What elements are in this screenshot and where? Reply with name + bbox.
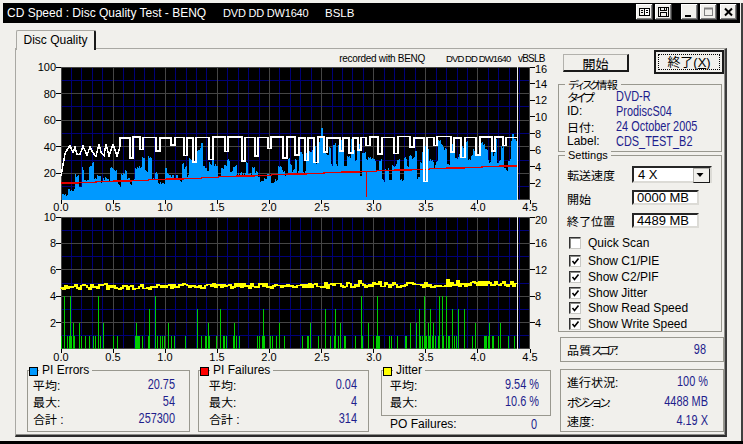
svg-text:80: 80: [44, 88, 56, 100]
svg-text:3.5: 3.5: [418, 201, 433, 213]
svg-text:16: 16: [535, 63, 547, 75]
svg-text:2: 2: [50, 317, 56, 329]
svg-text:60: 60: [44, 114, 56, 126]
svg-text:1.5: 1.5: [209, 201, 224, 213]
svg-text:4.0: 4.0: [470, 351, 485, 363]
svg-text:100: 100: [38, 61, 56, 73]
svg-text:1.0: 1.0: [157, 351, 172, 363]
svg-text:10: 10: [44, 211, 56, 223]
svg-text:0.5: 0.5: [105, 201, 120, 213]
svg-text:2.0: 2.0: [261, 351, 276, 363]
svg-text:8: 8: [50, 237, 56, 249]
svg-text:recorded with BENQ: recorded with BENQ: [339, 53, 425, 64]
svg-text:4: 4: [535, 161, 541, 173]
svg-text:4: 4: [535, 317, 541, 329]
svg-text:3.0: 3.0: [366, 201, 381, 213]
svg-text:4.5: 4.5: [522, 201, 537, 213]
svg-text:2.5: 2.5: [314, 351, 329, 363]
svg-text:2.0: 2.0: [261, 201, 276, 213]
svg-text:8: 8: [535, 290, 541, 302]
svg-text:1.0: 1.0: [157, 201, 172, 213]
svg-text:DVD DD DW1640: DVD DD DW1640: [446, 53, 511, 64]
svg-text:6: 6: [535, 144, 541, 156]
svg-text:4: 4: [50, 290, 56, 302]
svg-text:16: 16: [535, 237, 547, 249]
svg-text:1.5: 1.5: [209, 351, 224, 363]
svg-text:40: 40: [44, 141, 56, 153]
svg-text:2: 2: [535, 177, 541, 189]
svg-text:0.0: 0.0: [53, 351, 68, 363]
svg-text:3.0: 3.0: [366, 351, 381, 363]
svg-text:20: 20: [535, 214, 547, 226]
svg-text:10: 10: [535, 111, 547, 123]
svg-text:12: 12: [535, 94, 547, 106]
svg-text:3.5: 3.5: [418, 351, 433, 363]
svg-text:vBSLB: vBSLB: [518, 53, 546, 64]
svg-text:20: 20: [44, 167, 56, 179]
svg-text:0.5: 0.5: [105, 351, 120, 363]
svg-text:12: 12: [535, 264, 547, 276]
svg-text:4.5: 4.5: [522, 351, 537, 363]
svg-text:2.5: 2.5: [314, 201, 329, 213]
svg-text:4.0: 4.0: [470, 201, 485, 213]
svg-text:8: 8: [535, 128, 541, 140]
svg-text:6: 6: [50, 264, 56, 276]
svg-text:14: 14: [535, 78, 547, 90]
